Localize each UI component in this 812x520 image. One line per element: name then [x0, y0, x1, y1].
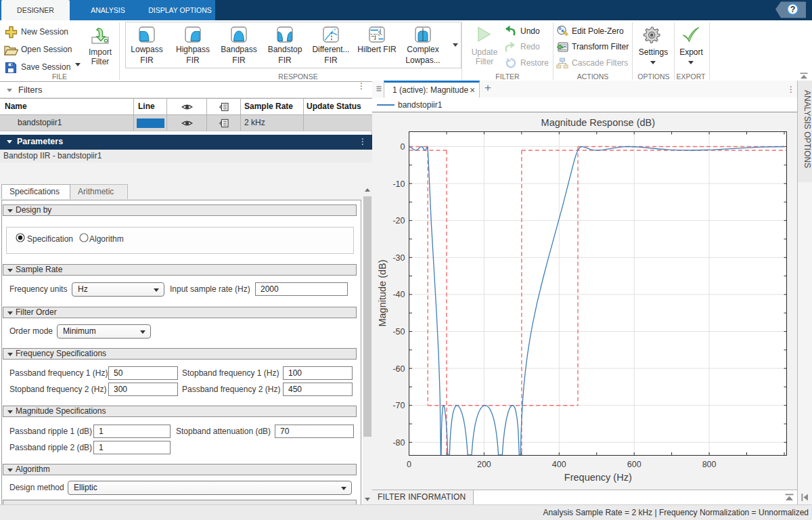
- svg-text:600: 600: [627, 460, 641, 469]
- svg-text:800: 800: [702, 460, 717, 469]
- svg-text:?: ?: [790, 5, 796, 14]
- svg-text:Magnitude (dB): Magnitude (dB): [377, 259, 388, 326]
- svg-text:−j: −j: [371, 32, 376, 40]
- svg-text:-80: -80: [392, 438, 405, 448]
- svg-text:-70: -70: [392, 401, 405, 410]
- svg-text:400: 400: [552, 460, 566, 469]
- svg-text:-50: -50: [392, 327, 405, 337]
- svg-text:-20: -20: [392, 216, 405, 225]
- svg-text:-60: -60: [392, 364, 405, 374]
- svg-text:-10: -10: [392, 179, 405, 189]
- svg-text:-40: -40: [392, 290, 405, 299]
- svg-text:-30: -30: [392, 253, 405, 263]
- svg-text:200: 200: [477, 460, 491, 469]
- svg-text:0: 0: [401, 142, 405, 152]
- svg-text:Magnitude Response (dB): Magnitude Response (dB): [541, 117, 655, 128]
- svg-text:0: 0: [407, 460, 411, 469]
- svg-text:Frequency (Hz): Frequency (Hz): [564, 472, 632, 483]
